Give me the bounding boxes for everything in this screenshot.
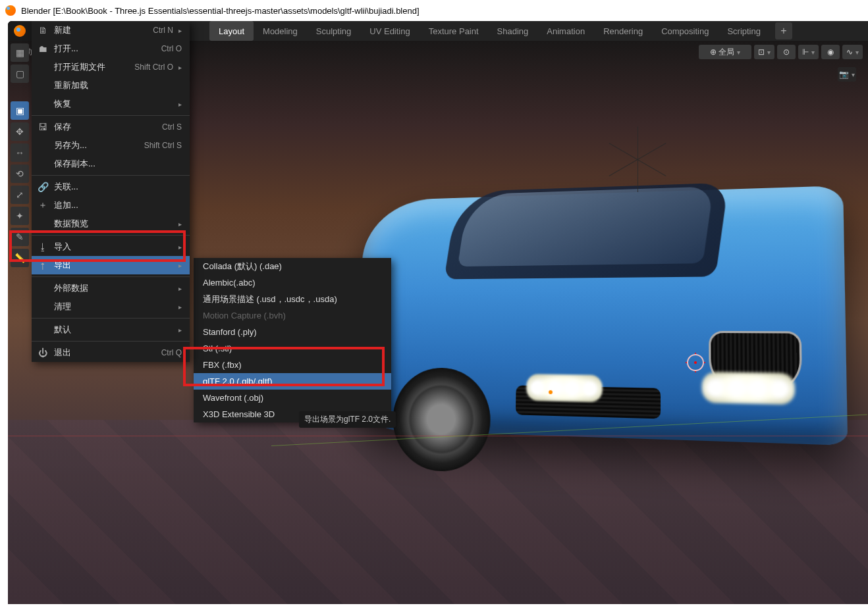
export-usd[interactable]: 通用场景描述 (.usd，.usdc，.usda) xyxy=(194,291,391,307)
workspace: 文件 编辑 渲染 窗口 帮助 Layout Modeling Sculpting… xyxy=(8,21,868,604)
file-menu-dropdown: 🗎 新建 Ctrl N ▸ 🖿 打开... Ctrl O 打开近期文件 Shif… xyxy=(32,21,190,362)
chevron-down-icon: ▾ xyxy=(811,49,815,56)
editor-type-button[interactable]: ▦ xyxy=(11,43,29,62)
chevron-right-icon: ▸ xyxy=(178,243,182,251)
3d-cursor-icon[interactable] xyxy=(686,353,705,372)
tab-compositing[interactable]: Compositing xyxy=(652,21,718,41)
menu-revert[interactable]: 重新加载 xyxy=(32,76,190,95)
export-fbx[interactable]: FBX (.fbx) xyxy=(194,357,391,373)
tab-uv-editing[interactable]: UV Editing xyxy=(360,21,419,41)
blender-logo-icon xyxy=(14,25,26,37)
snap-toggle[interactable]: ⊙ xyxy=(777,45,796,59)
menu-new[interactable]: 🗎 新建 Ctrl N ▸ xyxy=(32,21,190,39)
proportional-dropdown[interactable]: ∿▾ xyxy=(842,45,863,59)
menu-recover[interactable]: 恢复 ▸ xyxy=(32,95,190,113)
separator xyxy=(32,318,190,319)
chevron-right-icon: ▸ xyxy=(178,64,182,71)
tab-rendering[interactable]: Rendering xyxy=(594,21,652,41)
tool-rotate[interactable]: ⟲ xyxy=(11,165,29,183)
viewport-overlay-buttons: 📷▾ xyxy=(838,67,856,82)
file-icon: 🗎 xyxy=(37,24,49,36)
tab-texture-paint[interactable]: Texture Paint xyxy=(420,21,488,41)
menu-open[interactable]: 🖿 打开... Ctrl O xyxy=(32,39,190,58)
tab-shading[interactable]: Shading xyxy=(488,21,538,41)
menu-quit[interactable]: ⏻ 退出 Ctrl Q xyxy=(32,344,190,362)
separator xyxy=(32,175,190,176)
menu-export[interactable]: ⭱ 导出 ▸ xyxy=(32,256,190,274)
window-title: Blender [E:\Book\Book - Three.js Essenti… xyxy=(21,6,420,16)
tool-cursor[interactable]: ✥ xyxy=(11,122,29,141)
chevron-right-icon: ▸ xyxy=(178,326,182,334)
add-workspace-button[interactable]: + xyxy=(775,22,792,39)
proportional-toggle[interactable]: ◉ xyxy=(821,45,840,59)
mode-button[interactable]: ▢ xyxy=(11,64,29,83)
chevron-right-icon: ▸ xyxy=(178,220,182,228)
export-bvh[interactable]: Motion Capture (.bvh) xyxy=(194,307,391,324)
chevron-right-icon: ▸ xyxy=(178,262,182,269)
chevron-right-icon: ▸ xyxy=(178,27,182,34)
snap-dropdown[interactable]: ⊩▾ xyxy=(798,45,819,59)
tab-modeling[interactable]: Modeling xyxy=(254,21,307,41)
headlight-left xyxy=(526,374,603,402)
menu-cleanup[interactable]: 清理 ▸ xyxy=(32,297,190,316)
title-bar: Blender [E:\Book\Book - Three.js Essenti… xyxy=(0,0,868,21)
chevron-right-icon: ▸ xyxy=(178,285,182,292)
left-toolbar: ▦ ▢ ▣ ✥ ↔ ⟲ ⤢ ✦ ✎ 📏 xyxy=(8,41,32,604)
menu-save-copy[interactable]: 保存副本... xyxy=(32,155,190,173)
tooltip: 导出场景为glTF 2.0文件. xyxy=(299,411,396,428)
target-icon: ⊕ xyxy=(710,47,717,57)
tab-animation[interactable]: Animation xyxy=(537,21,594,41)
save-icon: 🖫 xyxy=(37,121,49,133)
menu-data-preview[interactable]: 数据预览 ▸ xyxy=(32,215,190,233)
menu-append[interactable]: ＋ 追加... xyxy=(32,196,190,215)
tool-annotate[interactable]: ✎ xyxy=(11,228,29,246)
car-model[interactable] xyxy=(358,186,848,446)
export-wavefront[interactable]: Wavefront (.obj) xyxy=(194,390,391,406)
export-gltf[interactable]: glTF 2.0 (.glb/.gltf) xyxy=(194,373,391,390)
chevron-down-icon: ▾ xyxy=(852,71,855,78)
camera-view-button[interactable]: 📷▾ xyxy=(838,67,856,82)
append-icon: ＋ xyxy=(37,199,49,211)
export-alembic[interactable]: Alembic(.abc) xyxy=(194,274,391,291)
tool-transform[interactable]: ✦ xyxy=(11,207,29,225)
chevron-right-icon: ▸ xyxy=(178,303,182,311)
menu-defaults[interactable]: 默认 ▸ xyxy=(32,320,190,339)
menu-save[interactable]: 🖫 保存 Ctrl S xyxy=(32,118,190,136)
light-gizmo-icon[interactable] xyxy=(605,126,670,192)
workspace-tabs: Layout Modeling Sculpting UV Editing Tex… xyxy=(209,21,868,41)
export-stanford[interactable]: Stanford (.ply) xyxy=(194,324,391,340)
export-stl[interactable]: Stl (.stl) xyxy=(194,340,391,357)
tab-layout[interactable]: Layout xyxy=(209,21,254,41)
wheel xyxy=(392,367,491,473)
chevron-right-icon: ▸ xyxy=(178,101,182,108)
export-collada[interactable]: Collada (默认) (.dae) xyxy=(194,258,391,274)
blender-logo-icon xyxy=(5,5,16,16)
tool-measure[interactable]: 📏 xyxy=(11,249,29,267)
import-icon: ⭳ xyxy=(37,241,49,253)
tool-move[interactable]: ↔ xyxy=(11,143,29,162)
chevron-down-icon: ▾ xyxy=(767,49,771,56)
separator xyxy=(32,115,190,116)
menu-link[interactable]: 🔗 关联... xyxy=(32,178,190,196)
menu-save-as[interactable]: 另存为... Shift Ctrl S xyxy=(32,136,190,155)
power-icon: ⏻ xyxy=(37,347,49,359)
blender-menu-button[interactable] xyxy=(8,21,32,41)
tool-select-box[interactable]: ▣ xyxy=(11,101,29,120)
object-origin-icon xyxy=(548,390,553,395)
separator xyxy=(32,276,190,277)
separator xyxy=(32,341,190,342)
separator xyxy=(32,235,190,236)
tool-scale[interactable]: ⤢ xyxy=(11,186,29,204)
headlight-right xyxy=(702,372,795,405)
menu-external-data[interactable]: 外部数据 ▸ xyxy=(32,279,190,297)
tab-scripting[interactable]: Scripting xyxy=(718,21,770,41)
transform-orientation-dropdown[interactable]: ⊕ 全局▾ xyxy=(699,45,751,59)
chevron-down-icon: ▾ xyxy=(737,49,740,56)
menu-open-recent[interactable]: 打开近期文件 Shift Ctrl O ▸ xyxy=(32,58,190,76)
menu-import[interactable]: ⭳ 导入 ▸ xyxy=(32,238,190,256)
export-icon: ⭱ xyxy=(37,259,49,271)
folder-icon: 🖿 xyxy=(37,43,49,55)
link-icon: 🔗 xyxy=(37,181,49,193)
tab-sculpting[interactable]: Sculpting xyxy=(307,21,360,41)
pivot-dropdown[interactable]: ⊡▾ xyxy=(754,45,774,59)
